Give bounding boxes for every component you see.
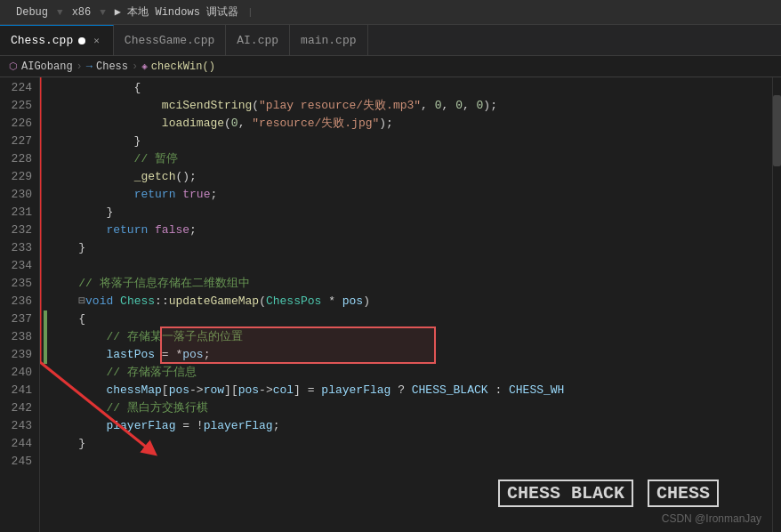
modified-indicator [78, 37, 85, 44]
code-line-224: { [51, 79, 772, 97]
scrollbar-thumb[interactable] [773, 95, 781, 166]
line-num-230: 230 [7, 186, 32, 204]
line-num-228: 228 [7, 150, 32, 168]
tab-label: main.cpp [301, 34, 356, 47]
code-content[interactable]: { mciSendString("play resource/失败.mp3", … [40, 77, 772, 532]
line-num-231: 231 [7, 204, 32, 222]
code-line-237: { [51, 310, 772, 328]
breadcrumb-bar: ⬡ AIGobang › → Chess › ◈ checkWin() [0, 56, 781, 77]
watermark: CSDN @IronmanJay [662, 512, 761, 525]
line-num-240: 240 [7, 364, 32, 382]
code-line-227: } [51, 133, 772, 150]
code-line-225: mciSendString("play resource/失败.mp3", 0,… [51, 97, 772, 115]
breadcrumb-method[interactable]: checkWin() [151, 60, 215, 73]
tab-ai-cpp[interactable]: AI.cpp [226, 25, 290, 55]
code-line-233: } [51, 239, 772, 257]
line-num-237: 237 [7, 310, 32, 328]
line-num-242: 242 [7, 399, 32, 417]
breadcrumb-class[interactable]: Chess [96, 60, 128, 73]
line-num-226: 226 [7, 115, 32, 133]
tab-label: Chess.cpp [11, 34, 73, 47]
line-num-229: 229 [7, 168, 32, 186]
run-button[interactable]: ▶ 本地 Windows 调试器 [106, 4, 247, 20]
code-line-239: lastPos = *pos; [51, 346, 772, 364]
tab-main-cpp[interactable]: main.cpp [290, 25, 367, 55]
line-numbers: 224 225 226 227 228 229 230 231 232 233 … [0, 77, 40, 532]
close-tab-chess[interactable]: ✕ [91, 34, 102, 47]
method-icon: ◈ [141, 60, 148, 72]
line-num-239: 239 [7, 346, 32, 364]
line-num-238: 238 [7, 328, 32, 346]
line-num-224: 224 [7, 79, 32, 97]
breadcrumb-namespace[interactable]: AIGobang [21, 60, 73, 73]
line-num-241: 241 [7, 382, 32, 399]
tab-bar: Chess.cpp ✕ ChessGame.cpp AI.cpp main.cp… [0, 25, 781, 56]
line-num-233: 233 [7, 239, 32, 257]
code-line-243: playerFlag = !playerFlag; [51, 417, 772, 435]
line-num-227: 227 [7, 133, 32, 150]
line-num-234: 234 [7, 257, 32, 275]
code-line-236: ⊟void Chess::updateGameMap(ChessPos * po… [51, 293, 772, 310]
code-line-244: } [51, 435, 772, 453]
line-num-245: 245 [7, 453, 32, 471]
platform-selector[interactable]: x86 [63, 6, 101, 19]
code-line-226: loadimage(0, "resource/失败.jpg"); [51, 115, 772, 133]
code-area: 224 225 226 227 228 229 230 231 232 233 … [0, 77, 781, 532]
code-line-238: // 存储某一落子点的位置 [51, 328, 772, 346]
code-line-234 [51, 257, 772, 275]
gutter-indicator-238 [44, 328, 47, 346]
code-line-229: _getch(); [51, 168, 772, 186]
line-num-235: 235 [7, 275, 32, 293]
tab-chess-cpp[interactable]: Chess.cpp ✕ [0, 25, 114, 55]
namespace-icon: ⬡ [9, 60, 18, 72]
code-line-242: // 黑白方交换行棋 [51, 399, 772, 417]
line-num-243: 243 [7, 417, 32, 435]
line-num-244: 244 [7, 435, 32, 453]
chess-black-label: CHESS BLACK [498, 480, 633, 507]
line-num-232: 232 [7, 222, 32, 239]
debug-menu[interactable]: Debug [7, 6, 57, 19]
chess-label: CHESS [648, 480, 719, 507]
gutter-indicator-239 [44, 346, 47, 364]
top-bar: Debug ▼ x86 ▼ ▶ 本地 Windows 调试器 | [0, 0, 781, 25]
line-num-236: 236 [7, 293, 32, 310]
gutter-indicator-237 [44, 310, 47, 328]
tab-label: ChessGame.cpp [125, 34, 214, 47]
code-line-232: return false; [51, 222, 772, 239]
tab-label: AI.cpp [237, 34, 278, 47]
code-line-231: } [51, 204, 772, 222]
scrollbar[interactable] [772, 77, 781, 532]
code-line-230: return true; [51, 186, 772, 204]
chess-labels: CHESS BLACK CHESS [498, 480, 719, 507]
code-line-241: chessMap[pos->row][pos->col] = playerFla… [51, 382, 772, 399]
line-num-225: 225 [7, 97, 32, 115]
code-line-228: // 暂停 [51, 150, 772, 168]
code-line-245 [51, 453, 772, 471]
tab-chessgame-cpp[interactable]: ChessGame.cpp [114, 25, 226, 55]
code-line-235: // 将落子信息存储在二维数组中 [51, 275, 772, 293]
code-line-240: // 存储落子信息 [51, 364, 772, 382]
breadcrumb-arrow: → [86, 60, 93, 73]
